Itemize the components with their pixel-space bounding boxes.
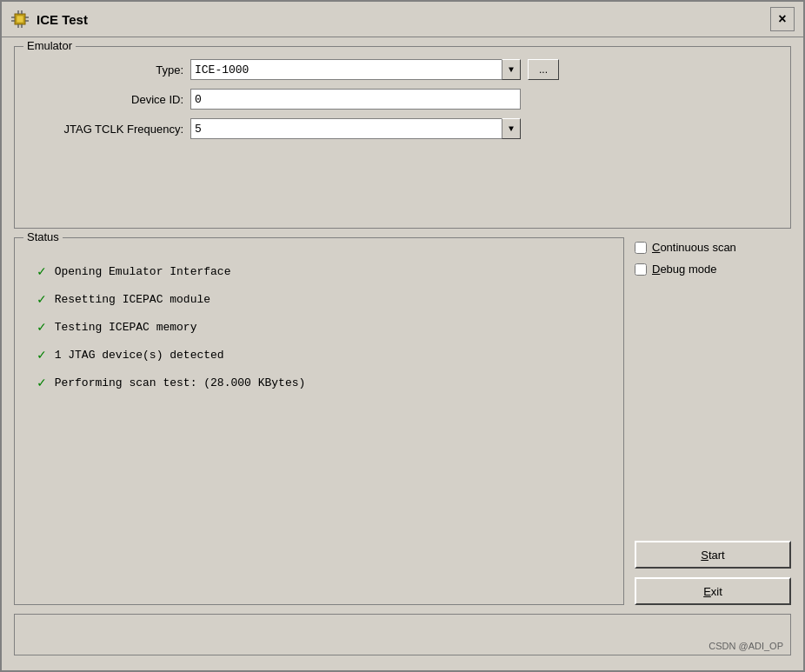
check-icon-2: ✓ <box>37 318 46 336</box>
check-icon-1: ✓ <box>37 290 46 308</box>
status-area: Status ✓ Opening Emulator Interface ✓ Re… <box>14 237 791 605</box>
main-window: ICE Test × Emulator Type: ICE-1000 ICE-2… <box>0 0 805 672</box>
status-group: Status ✓ Opening Emulator Interface ✓ Re… <box>14 237 624 605</box>
status-text-2: Testing ICEPAC memory <box>55 321 197 334</box>
continuous-scan-underline-char: C <box>652 241 660 254</box>
device-id-input-wrapper <box>190 89 521 110</box>
debug-mode-checkbox[interactable] <box>635 263 647 276</box>
status-item-3: ✓ 1 JTAG device(s) detected <box>29 341 609 369</box>
app-icon <box>10 10 30 29</box>
exit-button[interactable]: Exit <box>635 577 791 605</box>
status-group-label: Status <box>23 230 63 243</box>
status-text-4: Performing scan test: (28.000 KBytes) <box>55 376 306 389</box>
type-select-wrapper: ICE-1000 ICE-2000 ICE-100B ▼ <box>190 59 521 80</box>
type-label: Type: <box>25 63 190 77</box>
debug-mode-row: Debug mode <box>635 263 791 276</box>
status-text-0: Opening Emulator Interface <box>55 265 231 278</box>
device-id-label: Device ID: <box>25 93 190 106</box>
close-button[interactable]: × <box>770 7 795 31</box>
debug-mode-label-rest: ebug mode <box>660 263 716 276</box>
emulator-group-label: Emulator <box>23 39 76 52</box>
bottom-area: CSDN @ADI_OP <box>14 614 791 655</box>
start-label-rest: tart <box>709 549 725 562</box>
right-panel: Continuous scan Debug mode Start <box>635 237 791 605</box>
check-icon-4: ✓ <box>37 374 46 391</box>
title-bar-left: ICE Test <box>10 10 88 29</box>
title-bar: ICE Test × <box>2 2 803 37</box>
type-select[interactable]: ICE-1000 ICE-2000 ICE-100B <box>190 59 521 80</box>
continuous-scan-checkbox[interactable] <box>635 242 647 254</box>
status-item-4: ✓ Performing scan test: (28.000 KBytes) <box>29 369 609 396</box>
jtag-row: JTAG TCLK Frequency: 5 10 20 40 ▼ <box>25 118 780 139</box>
check-icon-0: ✓ <box>37 263 46 280</box>
exit-underline-char: E <box>703 585 711 598</box>
svg-rect-1 <box>17 16 23 23</box>
jtag-select-container: 5 10 20 40 ▼ <box>190 118 521 139</box>
continuous-scan-row: Continuous scan <box>635 241 791 254</box>
watermark: CSDN @ADI_OP <box>709 641 783 651</box>
start-underline-char: S <box>701 549 709 562</box>
emulator-group: Emulator Type: ICE-1000 ICE-2000 ICE-100… <box>14 46 791 229</box>
exit-label-rest: xit <box>711 585 722 598</box>
status-list: ✓ Opening Emulator Interface ✓ Resetting… <box>25 250 613 403</box>
window-title: ICE Test <box>37 12 88 27</box>
status-item-1: ✓ Resetting ICEPAC module <box>29 285 609 313</box>
device-id-row: Device ID: <box>25 89 780 110</box>
spacer <box>635 284 791 532</box>
type-select-container: ICE-1000 ICE-2000 ICE-100B ▼ <box>190 59 521 80</box>
jtag-select-wrapper: 5 10 20 40 ▼ <box>190 118 521 139</box>
device-id-input[interactable] <box>190 89 521 110</box>
check-icon-3: ✓ <box>37 346 46 363</box>
jtag-select[interactable]: 5 10 20 40 <box>190 118 521 139</box>
debug-mode-label[interactable]: Debug mode <box>652 263 716 276</box>
start-button[interactable]: Start <box>635 541 791 569</box>
browse-button[interactable]: ... <box>528 59 559 80</box>
status-item-0: ✓ Opening Emulator Interface <box>29 257 609 285</box>
type-row: Type: ICE-1000 ICE-2000 ICE-100B ▼ ... <box>25 59 780 80</box>
continuous-scan-label-rest: ontinuous scan <box>660 241 735 254</box>
status-text-1: Resetting ICEPAC module <box>55 293 210 306</box>
status-item-2: ✓ Testing ICEPAC memory <box>29 313 609 341</box>
status-text-3: 1 JTAG device(s) detected <box>55 349 224 362</box>
jtag-label: JTAG TCLK Frequency: <box>25 123 190 136</box>
debug-mode-underline-char: D <box>652 263 660 276</box>
continuous-scan-label[interactable]: Continuous scan <box>652 241 736 254</box>
window-body: Emulator Type: ICE-1000 ICE-2000 ICE-100… <box>2 37 803 664</box>
